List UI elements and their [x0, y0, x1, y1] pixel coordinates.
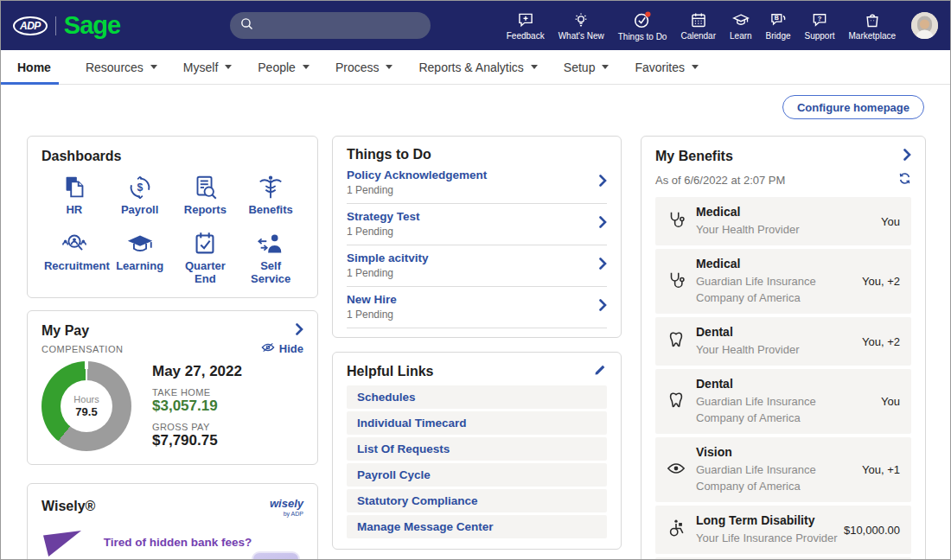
nav-tab-resources[interactable]: Resources [86, 50, 157, 85]
chevron-right-icon[interactable] [296, 323, 303, 339]
svg-text:$: $ [137, 181, 143, 194]
dashboard-tile-benefits[interactable]: Benefits [238, 173, 303, 217]
wisely-title: Wisely® [41, 499, 95, 514]
dashboard-tile-self-service[interactable]: Self Service [238, 229, 303, 286]
todo-item-policy-acknowledgement[interactable]: Policy Acknowledgement 1 Pending [347, 162, 607, 204]
helpful-links-title: Helpful Links [347, 364, 433, 379]
app-window: ADP Sage Feedback [0, 0, 951, 560]
link-list-of-requests[interactable]: List Of Requests [347, 437, 607, 461]
link-manage-message-center[interactable]: Manage Message Center [347, 515, 607, 538]
things-to-do-card: Things to Do Policy Acknowledgement 1 Pe… [332, 136, 622, 338]
notification-badge [645, 11, 650, 16]
compensation-label: COMPENSATION [41, 344, 123, 354]
nav-tab-myself[interactable]: Myself [183, 50, 232, 85]
graduation-cap-icon [731, 11, 750, 29]
stethoscope-icon [667, 209, 696, 233]
todo-item-new-hire[interactable]: New Hire 1 Pending [347, 287, 607, 328]
marketplace-button[interactable]: Marketplace [842, 11, 903, 41]
top-bar: ADP Sage Feedback [1, 1, 950, 50]
feedback-button[interactable]: Feedback [500, 11, 552, 41]
chevron-down-icon [692, 65, 699, 69]
nav-tab-favorites[interactable]: Favorites [635, 50, 699, 85]
report-magnifier-icon [190, 173, 220, 202]
nav-tab-reports-analytics[interactable]: Reports & Analytics [418, 50, 537, 85]
dashboard-tile-learning[interactable]: Learning [107, 229, 173, 286]
dashboard-tile-reports[interactable]: Reports [173, 173, 239, 217]
dollar-cycle-icon: $ [125, 173, 155, 202]
speech-bubble-question-icon: ? [811, 11, 828, 29]
gross-pay-label: GROSS PAY [152, 422, 242, 432]
chevron-right-icon[interactable] [903, 149, 911, 164]
link-schedules[interactable]: Schedules [347, 385, 607, 409]
my-benefits-title: My Benefits [655, 149, 733, 164]
refresh-icon[interactable] [898, 172, 911, 188]
whats-new-button[interactable]: What's New [552, 11, 611, 41]
benefit-row-medical-1[interactable]: Medical Your Health Provider You [655, 197, 911, 245]
hr-documents-icon [60, 173, 89, 202]
things-to-do-title: Things to Do [347, 147, 607, 162]
search-input[interactable] [230, 12, 431, 39]
dashboard-tile-hr[interactable]: HR [41, 173, 107, 217]
calendar-button[interactable]: Calendar [673, 11, 723, 41]
speech-bubble-b-icon: B [769, 11, 787, 29]
coverage-label: You [881, 395, 900, 408]
chevron-down-icon [225, 65, 232, 69]
tooth-icon [667, 329, 696, 353]
wisely-phone-illustration [252, 551, 300, 560]
nav-tab-people[interactable]: People [258, 50, 310, 85]
stethoscope-icon [667, 270, 696, 294]
edit-pencil-icon[interactable] [594, 363, 607, 379]
my-pay-card: My Pay COMPENSATION Hide [27, 310, 318, 465]
benefits-list: Medical Your Health Provider You Medical… [655, 197, 911, 560]
benefit-row-medical-2[interactable]: Medical Guardian Life Insurance Company … [655, 249, 911, 314]
feedback-bubble-plus-icon [517, 11, 534, 29]
main-nav: Home Resources Myself People Process Rep… [1, 50, 950, 85]
my-pay-title: My Pay [41, 323, 89, 339]
link-statutory-compliance[interactable]: Statutory Compliance [347, 489, 607, 512]
chevron-down-icon [150, 65, 157, 69]
chevron-right-icon [599, 258, 607, 273]
calendar-check-icon [190, 229, 220, 258]
dashboard-tile-payroll[interactable]: $ Payroll [107, 173, 173, 217]
link-individual-timecard[interactable]: Individual Timecard [347, 411, 607, 435]
coverage-label: $10,000.00 [844, 524, 900, 537]
todo-item-simple-activity[interactable]: Simple acitvity 1 Pending [347, 245, 607, 287]
brand-logo: ADP Sage [1, 13, 120, 38]
coverage-label: You, +2 [862, 335, 900, 348]
todo-item-strategy-test[interactable]: Strategy Test 1 Pending [347, 204, 607, 245]
chevron-right-icon [599, 299, 607, 315]
take-home-label: TAKE HOME [152, 387, 242, 398]
wisely-promo: Tired of hidden bank fees? Try Wisely, a… [41, 527, 303, 560]
svg-text:B: B [775, 15, 779, 22]
benefit-row-dental-2[interactable]: Dental Guardian Life Insurance Company o… [655, 369, 911, 434]
helpful-links-card: Helpful Links Schedules Individual Timec… [332, 352, 622, 550]
chevron-right-icon [599, 216, 607, 232]
dashboards-grid: HR $ Payroll [41, 173, 303, 286]
benefit-row-long-term-disability[interactable]: Long Term Disability Your Life Insurance… [655, 506, 911, 554]
caduceus-icon [256, 173, 285, 202]
dashboard-tile-recruitment[interactable]: Recruitment [41, 229, 107, 286]
wisely-triangle-graphic [43, 531, 81, 557]
learn-button[interactable]: Learn [723, 11, 759, 41]
shopping-bag-icon [864, 11, 881, 29]
configure-homepage-button[interactable]: Configure homepage [782, 95, 924, 119]
nav-tab-process[interactable]: Process [335, 50, 393, 85]
dashboard-tile-quarter-end[interactable]: Quarter End [173, 229, 239, 286]
user-avatar[interactable] [911, 12, 938, 39]
link-payroll-cycle[interactable]: Payroll Cycle [347, 463, 607, 487]
nav-tab-home[interactable]: Home [1, 50, 51, 85]
benefit-row-vision[interactable]: Vision Guardian Life Insurance Company o… [655, 437, 911, 502]
things-to-do-button[interactable]: Things to Do [611, 10, 674, 41]
nav-tab-setup[interactable]: Setup [564, 50, 610, 85]
support-button[interactable]: ? Support [798, 11, 842, 41]
hide-compensation-button[interactable]: Hide [261, 341, 303, 356]
pay-date: May 27, 2022 [152, 363, 242, 380]
chevron-down-icon [386, 65, 393, 69]
sage-logo: Sage [64, 13, 120, 38]
eye-off-icon [261, 341, 275, 356]
wisely-logo: wisely by ADP [270, 496, 303, 517]
benefit-row-dental-1[interactable]: Dental Your Health Provider You, +2 [655, 317, 911, 366]
pay-summary: May 27, 2022 TAKE HOME $3,057.19 GROSS P… [152, 363, 242, 449]
calendar-icon [690, 11, 707, 29]
bridge-button[interactable]: B Bridge [759, 11, 798, 41]
